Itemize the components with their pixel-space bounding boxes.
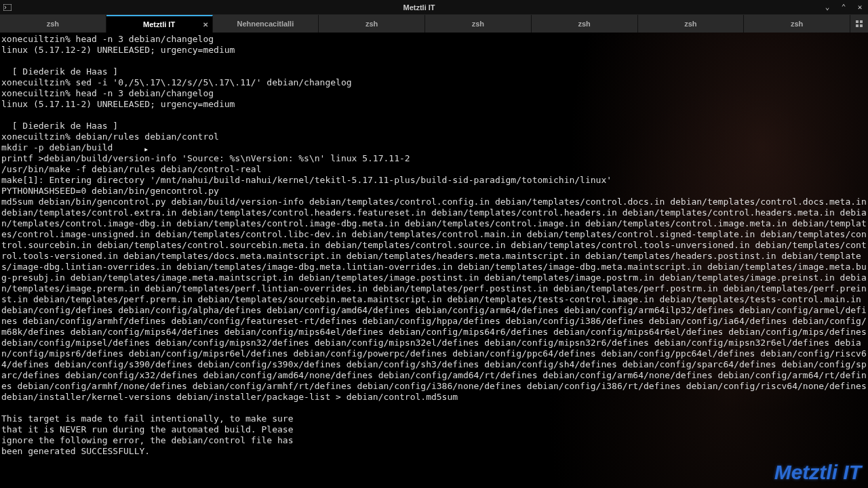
tab-nehnencacitlalli[interactable]: Nehnencacitlalli xyxy=(213,15,319,33)
terminal-output[interactable]: xonecuiltzin% head -n 3 debian/changelog… xyxy=(0,33,868,488)
maximize-button[interactable]: ⌃ xyxy=(838,2,849,13)
close-icon[interactable]: ✕ xyxy=(203,21,208,28)
tab-bar: zsh Metztli IT ✕ Nehnencacitlalli zsh zs… xyxy=(0,15,868,33)
tab-label: Nehnencacitlalli xyxy=(237,20,294,28)
terminal-icon xyxy=(3,3,12,12)
tab-label: zsh xyxy=(472,20,484,28)
tab-zsh-1[interactable]: zsh xyxy=(0,15,106,33)
tab-label: Metztli IT xyxy=(143,20,175,28)
tab-zsh-6[interactable]: zsh xyxy=(744,15,850,33)
close-button[interactable]: ✕ xyxy=(854,2,865,13)
svg-rect-3 xyxy=(856,24,859,27)
svg-rect-0 xyxy=(3,4,12,11)
titlebar: Metztli IT ⌄ ⌃ ✕ xyxy=(0,0,868,15)
window-controls: ⌄ ⌃ ✕ xyxy=(822,2,865,13)
svg-rect-4 xyxy=(860,24,863,27)
tab-label: zsh xyxy=(47,20,59,28)
tab-label: zsh xyxy=(366,20,378,28)
svg-rect-2 xyxy=(860,20,863,23)
tab-label: zsh xyxy=(684,20,696,28)
minimize-button[interactable]: ⌄ xyxy=(822,2,833,13)
tab-zsh-3[interactable]: zsh xyxy=(425,15,532,33)
tab-zsh-4[interactable]: zsh xyxy=(532,15,638,33)
tab-metztli-it[interactable]: Metztli IT ✕ xyxy=(106,15,213,33)
tab-overflow-button[interactable] xyxy=(850,15,868,33)
tab-label: zsh xyxy=(791,20,803,28)
tab-label: zsh xyxy=(578,20,590,28)
tab-zsh-2[interactable]: zsh xyxy=(319,15,425,33)
window-title: Metztli IT xyxy=(16,3,822,12)
tab-zsh-5[interactable]: zsh xyxy=(638,15,745,33)
svg-rect-1 xyxy=(856,20,859,23)
